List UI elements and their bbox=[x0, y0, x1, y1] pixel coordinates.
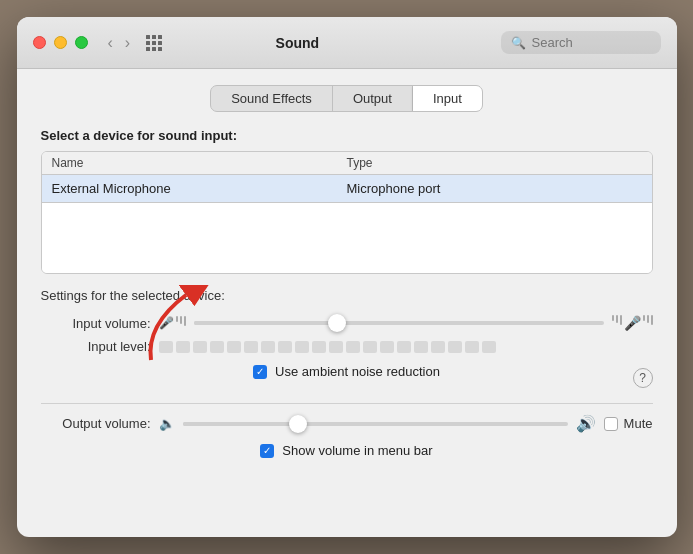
level-bar-15 bbox=[397, 341, 411, 353]
output-volume-slider[interactable] bbox=[183, 422, 568, 426]
menubar-checkbox[interactable]: ✓ bbox=[260, 444, 274, 458]
forward-button[interactable]: › bbox=[121, 32, 134, 54]
level-bar-6 bbox=[244, 341, 258, 353]
mute-row: Mute bbox=[604, 416, 653, 431]
mic-high-icon: 🎤 bbox=[624, 315, 641, 331]
level-bar-18 bbox=[448, 341, 462, 353]
mic-icon-low: 🎤 bbox=[159, 316, 186, 330]
ambient-noise-checkbox[interactable]: ✓ bbox=[253, 365, 267, 379]
level-bar-10 bbox=[312, 341, 326, 353]
minimize-button[interactable] bbox=[54, 36, 67, 49]
level-bar-5 bbox=[227, 341, 241, 353]
traffic-lights bbox=[33, 36, 88, 49]
device-type: Microphone port bbox=[347, 181, 642, 196]
table-row[interactable]: External Microphone Microphone port bbox=[42, 175, 652, 203]
level-bar-1 bbox=[159, 341, 173, 353]
back-button[interactable]: ‹ bbox=[104, 32, 117, 54]
menubar-checkmark-icon: ✓ bbox=[263, 446, 271, 456]
column-header-type: Type bbox=[347, 156, 642, 170]
level-bar-8 bbox=[278, 341, 292, 353]
table-header: Name Type bbox=[42, 152, 652, 175]
checkmark-icon: ✓ bbox=[256, 367, 264, 377]
output-volume-row: Output volume: 🔈 🔊 Mute bbox=[41, 414, 653, 433]
device-table: Name Type External Microphone Microphone… bbox=[41, 151, 653, 274]
level-bar-12 bbox=[346, 341, 360, 353]
grid-icon[interactable] bbox=[146, 35, 162, 51]
device-section-heading: Select a device for sound input: bbox=[41, 128, 653, 143]
close-button[interactable] bbox=[33, 36, 46, 49]
window-title: Sound bbox=[174, 35, 420, 51]
mic-icon-high: 🎤 bbox=[612, 315, 653, 331]
settings-heading: Settings for the selected device: bbox=[41, 288, 653, 303]
search-bar[interactable]: 🔍 bbox=[501, 31, 661, 54]
menubar-row: ✓ Show volume in menu bar bbox=[41, 443, 653, 458]
ambient-noise-row: ✓ Use ambient noise reduction bbox=[253, 364, 440, 379]
input-level-row: Input level: bbox=[41, 339, 653, 354]
level-bar-20 bbox=[482, 341, 496, 353]
level-bar-16 bbox=[414, 341, 428, 353]
mic-low-icon: 🎤 bbox=[159, 316, 174, 330]
tabs-container: Sound Effects Output Input bbox=[41, 85, 653, 112]
empty-table-area bbox=[42, 203, 652, 273]
help-button[interactable]: ? bbox=[633, 368, 653, 388]
title-bar: ‹ › Sound 🔍 bbox=[17, 17, 677, 69]
level-bar-17 bbox=[431, 341, 445, 353]
column-header-name: Name bbox=[52, 156, 347, 170]
level-bar-9 bbox=[295, 341, 309, 353]
input-volume-row: Input volume: 🎤 🎤 bbox=[41, 315, 653, 331]
level-bar-13 bbox=[363, 341, 377, 353]
nav-buttons: ‹ › bbox=[104, 32, 135, 54]
ambient-noise-label: Use ambient noise reduction bbox=[275, 364, 440, 379]
input-level-label: Input level: bbox=[41, 339, 151, 354]
level-bar-2 bbox=[176, 341, 190, 353]
level-bar-7 bbox=[261, 341, 275, 353]
input-level-meter bbox=[159, 341, 653, 353]
mute-checkbox[interactable] bbox=[604, 417, 618, 431]
search-input[interactable] bbox=[532, 35, 642, 50]
output-volume-label: Output volume: bbox=[41, 416, 151, 431]
tab-output[interactable]: Output bbox=[333, 86, 413, 111]
mute-label: Mute bbox=[624, 416, 653, 431]
tab-sound-effects[interactable]: Sound Effects bbox=[211, 86, 333, 111]
input-volume-label: Input volume: bbox=[41, 316, 151, 331]
level-bar-3 bbox=[193, 341, 207, 353]
level-bar-19 bbox=[465, 341, 479, 353]
device-name: External Microphone bbox=[52, 181, 347, 196]
search-icon: 🔍 bbox=[511, 36, 526, 50]
level-bar-14 bbox=[380, 341, 394, 353]
speaker-low-icon: 🔈 bbox=[159, 416, 175, 431]
input-volume-slider[interactable] bbox=[194, 321, 604, 325]
speaker-high-icon: 🔊 bbox=[576, 414, 596, 433]
sound-preferences-window: ‹ › Sound 🔍 Sound Effects Output Input S… bbox=[17, 17, 677, 537]
level-bar-4 bbox=[210, 341, 224, 353]
tabs: Sound Effects Output Input bbox=[210, 85, 483, 112]
settings-section: Input volume: 🎤 🎤 bbox=[41, 315, 653, 458]
fullscreen-button[interactable] bbox=[75, 36, 88, 49]
tab-input[interactable]: Input bbox=[413, 86, 482, 111]
menubar-label: Show volume in menu bar bbox=[282, 443, 432, 458]
level-bar-11 bbox=[329, 341, 343, 353]
content-area: Sound Effects Output Input Select a devi… bbox=[17, 69, 677, 537]
